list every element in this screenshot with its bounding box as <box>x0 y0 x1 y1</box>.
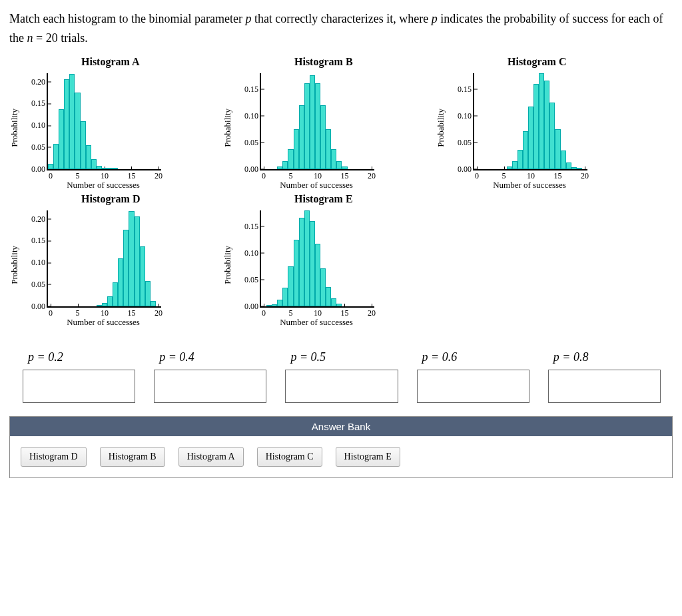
bar <box>81 121 86 168</box>
histogram-D: Histogram DProbability0.000.050.100.150.… <box>9 193 222 325</box>
bar <box>539 73 544 169</box>
question-text: Match each histogram to the binomial par… <box>9 9 673 48</box>
bar <box>299 105 304 169</box>
answer-bank-header: Answer Bank <box>10 417 672 436</box>
bar <box>102 303 107 306</box>
answer-bank: Answer Bank Histogram DHistogram BHistog… <box>9 416 673 478</box>
dropzone-1: p = 0.4 <box>154 350 265 403</box>
y-tick: 0.05 <box>244 274 261 284</box>
bar <box>272 304 277 306</box>
y-tick: 0.20 <box>31 214 48 224</box>
bar <box>140 246 145 306</box>
dropzone-box[interactable] <box>23 370 135 403</box>
dropzone-3: p = 0.6 <box>417 350 528 403</box>
bar <box>107 296 113 306</box>
bar <box>53 144 59 169</box>
bank-item[interactable]: Histogram C <box>257 447 322 467</box>
bar <box>533 84 539 169</box>
bank-item[interactable]: Histogram E <box>336 447 400 467</box>
dropzone-box[interactable] <box>154 370 266 403</box>
bar <box>310 221 315 306</box>
x-axis-label: Number of successes <box>47 180 160 190</box>
bar <box>86 145 91 169</box>
y-tick: 0.10 <box>458 111 474 121</box>
y-tick: 0.05 <box>31 279 48 289</box>
bar <box>294 129 299 168</box>
dropzone-2: p = 0.5 <box>285 350 396 403</box>
dropzone-4: p = 0.8 <box>548 350 659 403</box>
y-tick: 0.05 <box>458 137 474 147</box>
y-tick: 0.00 <box>31 164 48 174</box>
histogram-title: Histogram A <box>9 56 222 68</box>
histogram-title: Histogram B <box>222 56 436 68</box>
bank-item[interactable]: Histogram B <box>100 447 165 467</box>
bar <box>145 281 151 306</box>
bar <box>64 79 69 168</box>
bar <box>277 300 282 306</box>
bank-item[interactable]: Histogram A <box>178 447 244 467</box>
bar <box>523 131 528 169</box>
bar <box>75 93 80 168</box>
bar <box>304 210 310 306</box>
bank-item[interactable]: Histogram D <box>21 447 87 467</box>
bar <box>299 218 304 306</box>
y-tick: 0.00 <box>244 301 261 311</box>
histogram-E: Histogram EProbability0.000.050.100.1505… <box>222 193 436 325</box>
bar <box>331 298 336 306</box>
dropzone-label: p = 0.4 <box>154 350 194 364</box>
dropzones-row: p = 0.2p = 0.4p = 0.5p = 0.6p = 0.8 <box>9 350 673 403</box>
bar <box>507 166 512 169</box>
bar <box>59 109 64 169</box>
dropzone-box[interactable] <box>548 370 661 403</box>
dropzone-label: p = 0.8 <box>548 350 589 364</box>
bar <box>544 81 549 169</box>
bar <box>282 161 288 168</box>
bar <box>320 268 326 306</box>
y-tick: 0.10 <box>31 258 48 268</box>
dropzone-box[interactable] <box>285 370 398 403</box>
y-tick: 0.00 <box>31 301 48 311</box>
y-axis-label: Probability <box>9 109 20 147</box>
histogram-title: Histogram D <box>9 193 222 205</box>
bar <box>331 149 336 168</box>
histogram-A: Histogram AProbability0.000.050.100.150.… <box>9 56 222 188</box>
bar <box>304 83 310 168</box>
bar <box>288 266 293 306</box>
y-axis-label: Probability <box>222 246 233 284</box>
y-tick: 0.15 <box>31 236 48 246</box>
bar <box>571 167 577 168</box>
bar <box>561 151 566 169</box>
y-tick: 0.05 <box>31 142 48 152</box>
dropzone-box[interactable] <box>417 370 529 403</box>
bar <box>326 129 331 168</box>
y-tick: 0.00 <box>244 164 261 174</box>
dropzone-label: p = 0.5 <box>285 350 326 364</box>
histogram-title: Histogram E <box>222 193 436 205</box>
histogram-title: Histogram C <box>436 56 649 68</box>
bar <box>277 166 282 168</box>
y-tick: 0.15 <box>31 99 48 109</box>
y-axis-label: Probability <box>9 246 20 284</box>
y-tick: 0.15 <box>244 84 261 94</box>
bar <box>512 161 517 169</box>
bar <box>266 305 272 306</box>
bar <box>91 159 97 169</box>
y-tick: 0.05 <box>244 137 261 147</box>
bar <box>326 287 331 306</box>
bar <box>336 161 342 168</box>
y-tick: 0.20 <box>31 77 48 87</box>
bar <box>517 150 523 168</box>
bar <box>123 230 129 306</box>
bar <box>48 164 53 169</box>
bar <box>282 288 288 306</box>
bar <box>549 103 555 169</box>
x-axis-label: Number of successes <box>473 180 586 190</box>
x-axis-label: Number of successes <box>47 317 160 328</box>
bar <box>97 305 102 306</box>
bar <box>310 75 315 169</box>
bar <box>342 166 347 168</box>
bar <box>129 211 134 306</box>
bar <box>118 258 123 306</box>
bar <box>97 166 102 169</box>
x-axis-label: Number of successes <box>260 180 373 190</box>
